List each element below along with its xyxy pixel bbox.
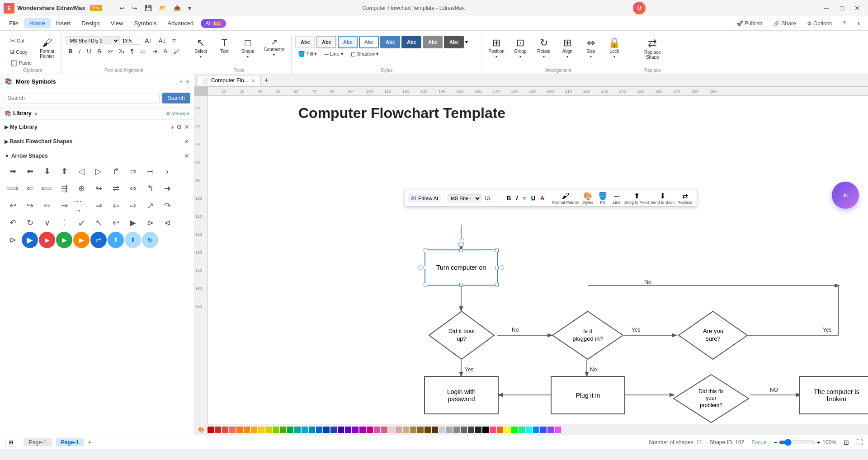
size-button[interactable]: ⇔ Size ▾ xyxy=(580,36,602,61)
style-swatch-8[interactable]: Abc xyxy=(444,36,464,48)
shape-corner-arrow[interactable]: ↰ xyxy=(142,180,158,197)
ft-format-painter-button[interactable]: 🖌 Format Painter xyxy=(552,192,579,205)
color-gray-dark[interactable] xyxy=(461,427,467,433)
text-button[interactable]: T Text xyxy=(213,36,235,56)
color-violet[interactable] xyxy=(352,427,359,433)
shape-arrow-notched[interactable]: ⇾ xyxy=(142,163,158,179)
color-cornflower[interactable] xyxy=(533,427,539,433)
underline-button[interactable]: U xyxy=(84,47,94,56)
bold-button[interactable]: B xyxy=(66,47,75,56)
paragraph-button[interactable]: ¶ xyxy=(128,47,137,56)
align-button[interactable]: ⊞ Align ▾ xyxy=(557,36,578,61)
color-burnt-orange[interactable] xyxy=(497,427,503,433)
ft-font-select[interactable]: MS Shell xyxy=(448,194,481,202)
node-computer-broken[interactable]: The computer isbroken xyxy=(799,376,868,414)
shape-play-btn[interactable]: ▶ xyxy=(125,215,141,231)
search-button[interactable]: Search xyxy=(162,93,190,103)
shape-curve-arrow[interactable]: ↷ xyxy=(159,197,175,214)
color-yellow-green[interactable] xyxy=(273,427,279,433)
color-hot-pink[interactable] xyxy=(374,427,380,433)
color-yellow[interactable] xyxy=(258,427,264,433)
color-red[interactable] xyxy=(215,427,221,433)
conn-point-top[interactable] xyxy=(460,239,464,243)
close-button[interactable]: ✕ xyxy=(850,2,864,14)
shape-left-arrow-alt[interactable]: ⇦ xyxy=(108,197,124,214)
canvas-tab[interactable]: 📄 Computer Flo... ✕ xyxy=(196,75,261,85)
node-plugged-in[interactable]: Is itplugged in? xyxy=(552,310,624,360)
color-dusty-rose[interactable] xyxy=(396,427,402,433)
shape-sw-arrow[interactable]: ↙ xyxy=(73,215,90,231)
style-swatch-2[interactable]: Abc xyxy=(316,36,336,48)
zoom-out-button[interactable]: − xyxy=(774,439,777,446)
shape-caret-right[interactable]: ⊳ xyxy=(142,215,158,231)
open-button[interactable]: 📂 xyxy=(156,3,169,13)
color-purple[interactable] xyxy=(345,427,351,433)
color-lime[interactable] xyxy=(511,427,518,433)
ft-fontcolor-button[interactable]: A xyxy=(538,194,546,202)
color-black[interactable] xyxy=(482,427,489,433)
canvas-wrapper[interactable]: 20 30 40 50 60 70 80 90 100 110 120 130 … xyxy=(194,87,868,424)
font-name-select[interactable]: MS Shell Dlg 2 xyxy=(66,36,120,45)
publish-button[interactable]: 🚀 Publish xyxy=(733,19,766,28)
style-swatch-7[interactable]: Abc xyxy=(423,36,443,48)
color-pink[interactable] xyxy=(229,427,236,433)
color-green[interactable] xyxy=(280,427,286,433)
text-color-button[interactable]: A xyxy=(161,47,170,56)
menu-file[interactable]: File xyxy=(4,18,24,28)
ft-italic-button[interactable]: I xyxy=(514,194,519,202)
color-charcoal[interactable] xyxy=(468,427,474,433)
shape-dot-dot[interactable]: ⁚ xyxy=(56,215,72,231)
shape-ne-arrow[interactable]: ↗ xyxy=(142,197,158,214)
shape-prev-arrow[interactable]: ⊲ xyxy=(159,215,175,231)
shape-back-arrow[interactable]: ↩ xyxy=(5,197,21,214)
user-avatar[interactable]: U xyxy=(633,2,646,14)
shape-arrow-left[interactable]: ⬅ xyxy=(22,163,38,179)
node-did-boot[interactable]: Did it bootup? xyxy=(428,310,495,360)
select-button[interactable]: ↖ Select ▾ xyxy=(190,36,212,61)
strikethrough-button[interactable]: S xyxy=(95,47,104,56)
shape-arrow-up[interactable]: ⬆ xyxy=(56,163,72,179)
superscript-button[interactable]: X² xyxy=(105,47,115,56)
shape-arrow-bent-right[interactable]: ⇒ xyxy=(125,163,141,179)
canvas[interactable]: Computer Flowchart Template xyxy=(208,96,868,424)
menu-advanced[interactable]: Advanced xyxy=(162,18,199,28)
shape-dot-arrow[interactable]: ⋯→ xyxy=(73,197,90,214)
shape-blue-bidir[interactable]: ⇄ xyxy=(90,232,107,248)
shape-nw-arrow[interactable]: ↖ xyxy=(90,215,107,231)
options-button[interactable]: ⚙ Options xyxy=(803,19,836,28)
decrease-font-button[interactable]: A↓ xyxy=(156,36,168,46)
fill-button[interactable]: 🪣 Fill ▾ xyxy=(295,49,320,59)
shape-green-play[interactable]: ▶ xyxy=(56,232,72,248)
ft-styles-button[interactable]: 🎨 Styles xyxy=(580,192,595,205)
style-swatch-1[interactable]: Abc xyxy=(295,36,315,48)
color-almost-black[interactable] xyxy=(475,427,481,433)
shape-orange-right[interactable]: ▶ xyxy=(73,232,90,248)
ft-bring-front-button[interactable]: ⬆ Bring to Front xyxy=(624,192,649,205)
color-red-dark[interactable] xyxy=(208,427,214,433)
node-are-you-sure[interactable]: Are yousure? xyxy=(678,310,748,360)
color-orange-red[interactable] xyxy=(236,427,243,433)
share-button[interactable]: 🔗 Share xyxy=(769,19,799,28)
color-pure-yellow[interactable] xyxy=(504,427,510,433)
ft-replace-button[interactable]: ⇄ Replace xyxy=(676,192,694,205)
node-login-password[interactable]: Login withpassword xyxy=(424,376,499,414)
cut-button[interactable]: ✂ Cut xyxy=(7,36,34,46)
redo-button[interactable]: ↪ xyxy=(129,3,140,14)
shape-next-arrow[interactable]: ⊳ xyxy=(5,232,21,248)
ft-bold-button[interactable]: B xyxy=(505,194,513,202)
tab-close-button[interactable]: ✕ xyxy=(251,78,255,83)
position-button[interactable]: ⊞ Position ▾ xyxy=(485,36,508,61)
style-swatch-5[interactable]: Abc xyxy=(380,36,400,48)
my-library-settings-button[interactable]: ⚙ xyxy=(176,123,182,131)
basic-flowchart-header[interactable]: ▶ Basic Flowchart Shapes ✕ xyxy=(5,136,189,147)
color-blue[interactable] xyxy=(316,427,322,433)
shape-button[interactable]: □ Shape ▾ xyxy=(237,36,259,61)
basic-flowchart-close-button[interactable]: ✕ xyxy=(184,138,189,145)
minimize-button[interactable]: ─ xyxy=(819,2,834,14)
fullscreen-button[interactable]: ⛶ xyxy=(856,439,863,446)
shape-arrow-chevron[interactable]: › xyxy=(159,163,175,179)
more-title-button[interactable]: ▾ xyxy=(185,3,194,14)
shape-outline-arrow[interactable]: ⇒ xyxy=(90,197,107,214)
shape-s-arrow[interactable]: ↬ xyxy=(90,180,107,197)
color-aqua[interactable] xyxy=(526,427,532,433)
